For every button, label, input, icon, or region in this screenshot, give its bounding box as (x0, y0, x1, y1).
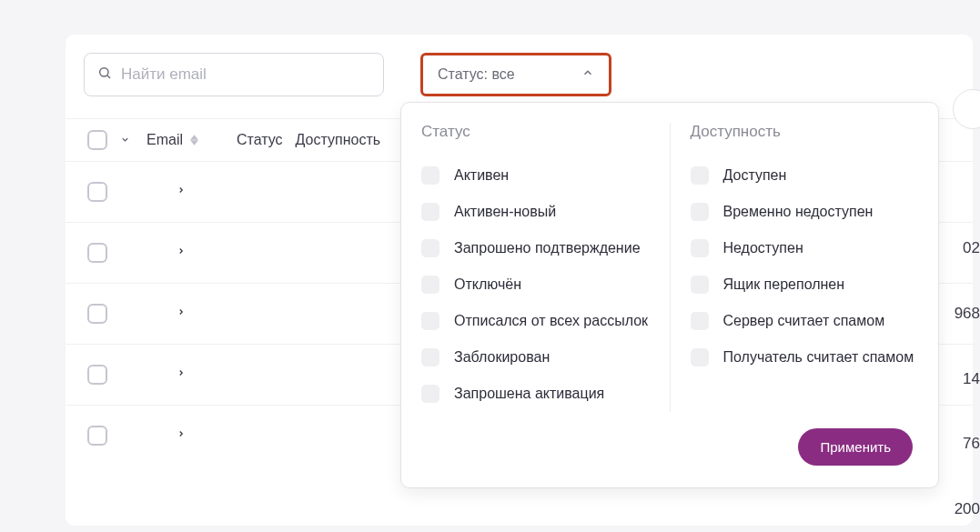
filter-option-availability[interactable]: Недоступен (691, 230, 919, 266)
chevron-up-icon (581, 66, 594, 83)
sort-icon (190, 135, 198, 146)
status-filter-dropdown[interactable]: Статус: все (420, 53, 611, 96)
filter-title-status: Статус (421, 123, 650, 141)
svg-marker-2 (190, 135, 198, 139)
row-trailing-value: 02 (963, 239, 980, 257)
filter-option-status[interactable]: Заблокирован (421, 339, 650, 376)
filter-option-status[interactable]: Отключён (421, 266, 650, 303)
option-checkbox[interactable] (421, 203, 439, 221)
column-header-availability[interactable]: Доступность (296, 132, 380, 148)
search-input[interactable] (121, 65, 370, 84)
column-header-email-label: Email (146, 132, 183, 148)
option-checkbox[interactable] (421, 239, 439, 257)
status-filter-label: Статус: все (438, 66, 515, 83)
filter-option-status[interactable]: Запрошено подтверждение (421, 230, 650, 266)
option-label: Отключён (454, 276, 521, 293)
filter-option-status[interactable]: Отписался от всех рассылок (421, 303, 650, 339)
option-label: Доступен (723, 167, 787, 184)
column-header-status[interactable]: Статус (237, 132, 283, 148)
select-all-checkbox[interactable] (87, 130, 107, 150)
option-label: Ящик переполнен (723, 276, 845, 293)
filter-option-status[interactable]: Запрошена активация (421, 376, 650, 412)
filter-panel: Статус Активен Активен-новый Запрошено п… (400, 102, 939, 488)
row-checkbox[interactable] (87, 365, 107, 385)
option-label: Недоступен (723, 240, 803, 256)
filter-option-availability[interactable]: Ящик переполнен (691, 266, 919, 303)
search-input-wrapper[interactable] (84, 53, 384, 96)
row-checkbox[interactable] (87, 182, 107, 202)
row-checkbox[interactable] (87, 304, 107, 324)
filter-option-status[interactable]: Активен (421, 157, 650, 194)
apply-button[interactable]: Применить (798, 428, 913, 466)
expand-row-icon[interactable] (177, 245, 186, 261)
row-trailing-value: 14 (963, 370, 980, 388)
row-checkbox[interactable] (87, 426, 107, 446)
option-checkbox[interactable] (691, 348, 709, 366)
option-label: Отписался от всех рассылок (454, 313, 648, 329)
option-checkbox[interactable] (421, 166, 439, 185)
option-checkbox[interactable] (421, 276, 439, 294)
expand-row-icon[interactable] (177, 366, 186, 383)
row-trailing-value: 968 (955, 305, 980, 323)
option-label: Запрошено подтверждение (454, 240, 641, 256)
option-checkbox[interactable] (691, 312, 709, 330)
svg-marker-3 (190, 140, 198, 145)
option-checkbox[interactable] (691, 166, 709, 185)
svg-line-1 (107, 75, 110, 78)
expand-row-icon[interactable] (177, 184, 186, 200)
filter-option-status[interactable]: Активен-новый (421, 194, 650, 230)
expand-row-icon[interactable] (177, 306, 186, 322)
search-icon (97, 65, 121, 84)
option-label: Сервер считает спамом (723, 313, 885, 329)
option-label: Запрошена активация (454, 386, 604, 402)
option-checkbox[interactable] (421, 385, 439, 403)
option-checkbox[interactable] (691, 239, 709, 257)
filter-option-availability[interactable]: Доступен (691, 157, 919, 194)
option-label: Активен (454, 167, 509, 184)
filter-column-status: Статус Активен Активен-новый Запрошено п… (401, 123, 670, 412)
bulk-menu-toggle[interactable] (120, 132, 130, 148)
filter-title-availability: Доступность (691, 123, 919, 141)
option-label: Заблокирован (454, 349, 550, 366)
row-trailing-value: 200 (955, 500, 980, 518)
filter-option-availability[interactable]: Получатель считает спамом (691, 339, 919, 376)
svg-point-0 (100, 68, 108, 76)
option-label: Временно недоступен (723, 204, 874, 220)
row-trailing-value: 76 (963, 435, 980, 453)
option-label: Получатель считает спамом (723, 349, 914, 366)
option-checkbox[interactable] (421, 312, 439, 330)
option-label: Активен-новый (454, 204, 556, 220)
option-checkbox[interactable] (691, 203, 709, 221)
expand-row-icon[interactable] (177, 427, 186, 444)
option-checkbox[interactable] (691, 276, 709, 294)
column-header-email[interactable]: Email (146, 132, 198, 148)
option-checkbox[interactable] (421, 348, 439, 366)
filter-option-availability[interactable]: Временно недоступен (691, 194, 919, 230)
filter-column-availability: Доступность Доступен Временно недоступен… (670, 123, 939, 412)
row-checkbox[interactable] (87, 243, 107, 263)
filter-option-availability[interactable]: Сервер считает спамом (691, 303, 919, 339)
